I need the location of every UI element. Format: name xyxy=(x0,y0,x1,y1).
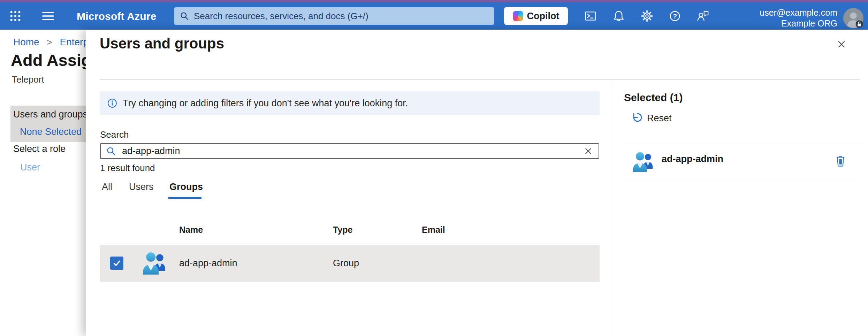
feedback-icon[interactable] xyxy=(695,8,710,24)
nav-users-groups-label: Users and groups xyxy=(13,109,87,120)
group-icon xyxy=(142,252,167,277)
brand-title[interactable]: Microsoft Azure xyxy=(77,10,157,22)
selected-divider-bottom xyxy=(623,181,860,181)
notifications-bell-icon[interactable] xyxy=(611,8,626,24)
panel-search-input[interactable] xyxy=(122,146,584,156)
global-search-input[interactable] xyxy=(194,11,488,22)
waffle-grid-glyph xyxy=(9,10,21,22)
azure-portal: Microsoft Azure Copilot xyxy=(0,0,868,336)
bell-glyph xyxy=(612,9,625,23)
cloud-shell-icon[interactable] xyxy=(583,8,598,24)
top-accent-strip xyxy=(0,0,868,2)
header-divider xyxy=(100,79,860,80)
gear-glyph xyxy=(640,9,654,23)
account-org: Example ORG xyxy=(739,18,837,29)
info-banner-text: Try changing or adding filters if you do… xyxy=(123,98,408,109)
reset-button[interactable]: Reset xyxy=(630,112,672,124)
account-email: user@example.com xyxy=(739,7,837,18)
info-banner: Try changing or adding filters if you do… xyxy=(100,91,600,115)
result-count: 1 result found xyxy=(100,163,155,174)
nav-role-user-link[interactable]: User xyxy=(20,162,40,173)
nav-none-selected-link[interactable]: None Selected xyxy=(20,127,82,137)
checkmark-glyph xyxy=(112,258,122,268)
copilot-label: Copilot xyxy=(527,11,559,22)
group-icon xyxy=(632,152,655,175)
two-person-group-glyph xyxy=(632,152,655,173)
trash-glyph xyxy=(835,154,846,167)
close-x-glyph xyxy=(836,39,847,50)
person-bubble-glyph xyxy=(696,9,709,23)
page-subtitle: Teleport xyxy=(12,74,44,85)
svg-text:?: ? xyxy=(673,13,677,20)
info-icon xyxy=(107,98,117,108)
terminal-glyph xyxy=(584,9,597,23)
remove-selected-icon[interactable] xyxy=(835,154,846,168)
panel-vertical-divider xyxy=(612,81,612,336)
avatar[interactable] xyxy=(843,8,864,29)
selected-item-name: ad-app-admin xyxy=(662,154,723,164)
settings-gear-icon[interactable] xyxy=(639,8,655,24)
tab-all[interactable]: All xyxy=(102,182,112,192)
top-bar: Microsoft Azure Copilot xyxy=(0,2,868,30)
panel-title: Users and groups xyxy=(100,35,224,52)
tab-groups[interactable]: Groups xyxy=(169,182,203,192)
nav-users-groups-section[interactable]: Users and groups None Selected xyxy=(10,106,86,142)
table-row[interactable]: ad-app-admin Group xyxy=(100,245,600,282)
column-header-email[interactable]: Email xyxy=(422,225,445,235)
account-info[interactable]: user@example.com Example ORG xyxy=(739,7,837,29)
search-label: Search xyxy=(100,129,129,140)
selected-divider-top xyxy=(623,143,860,143)
nav-select-role-label: Select a role xyxy=(13,144,66,154)
copilot-button[interactable]: Copilot xyxy=(504,7,568,25)
question-glyph: ? xyxy=(668,9,682,23)
breadcrumb-chevron: > xyxy=(47,37,52,47)
waffle-menu-icon[interactable] xyxy=(8,8,23,24)
column-header-type[interactable]: Type xyxy=(333,225,353,235)
tab-users[interactable]: Users xyxy=(129,182,154,192)
clear-search-icon[interactable] xyxy=(584,146,593,156)
two-person-group-glyph xyxy=(142,252,167,276)
avatar-person-lock-glyph xyxy=(843,8,864,29)
reset-label: Reset xyxy=(647,113,672,124)
search-icon xyxy=(180,12,189,21)
row-type-cell: Group xyxy=(333,258,359,269)
selected-title: Selected (1) xyxy=(624,92,683,104)
hamburger-glyph xyxy=(42,11,54,21)
help-icon[interactable]: ? xyxy=(667,8,683,24)
active-tab-underline xyxy=(168,197,201,199)
row-checkbox[interactable] xyxy=(110,257,123,270)
hamburger-menu-icon[interactable] xyxy=(40,8,56,24)
breadcrumb: Home > Enterpr xyxy=(13,37,92,48)
column-header-name[interactable]: Name xyxy=(179,225,203,235)
breadcrumb-home-link[interactable]: Home xyxy=(13,37,39,47)
close-icon[interactable] xyxy=(834,37,849,52)
row-name-cell: ad-app-admin xyxy=(179,258,237,269)
panel-search-box[interactable] xyxy=(100,143,599,159)
search-icon xyxy=(106,146,116,156)
users-and-groups-panel: Users and groups Try changing or adding … xyxy=(86,30,868,336)
page-title: Add Assig xyxy=(11,51,91,70)
undo-reset-icon xyxy=(630,112,642,124)
copilot-logo-icon xyxy=(513,11,523,21)
global-search-box[interactable] xyxy=(174,7,494,25)
